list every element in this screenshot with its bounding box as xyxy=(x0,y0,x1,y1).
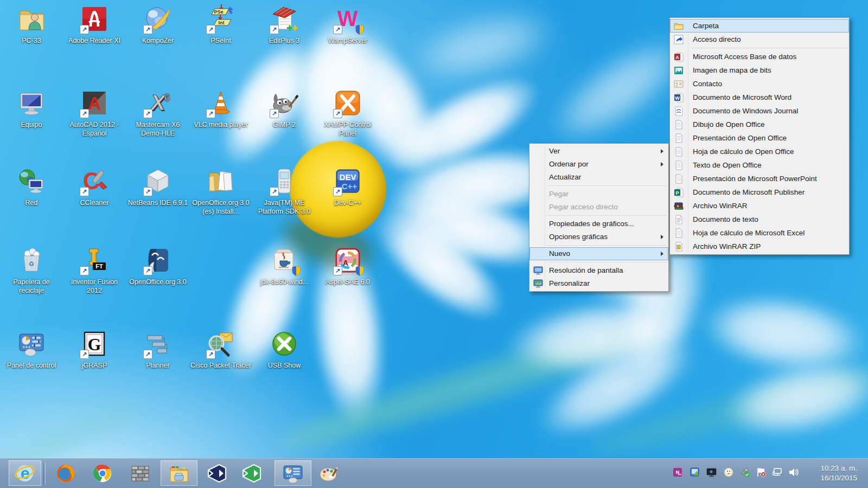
word-icon: W xyxy=(674,93,684,102)
menu-item-personalizar[interactable]: Personalizar xyxy=(529,277,668,290)
taskbar-button-firefox[interactable] xyxy=(52,460,80,486)
submenu-item-oo-hoja[interactable]: Hoja de cálculo de Open Office xyxy=(670,145,849,158)
bricks-icon xyxy=(130,463,150,484)
svg-text:Int: Int xyxy=(219,20,225,25)
menu-item-ver[interactable]: Ver xyxy=(529,145,668,158)
tray-icon-network[interactable] xyxy=(772,467,784,479)
desktop-icon-pseint[interactable]: PSe Int ↗ PSeInt xyxy=(189,4,252,45)
desktop-icon-control-panel[interactable]: Panel de control xyxy=(0,329,63,370)
taskbar-button-bricks[interactable] xyxy=(126,460,154,486)
submenu-item-winrar-zip[interactable]: Archivo WinRAR ZIP xyxy=(670,240,849,253)
publisher-icon: P xyxy=(674,188,684,197)
tray-icon-display[interactable] xyxy=(706,467,718,479)
taskbar-button-control-panel-app[interactable] xyxy=(275,460,311,486)
desktop-icon-adobe-reader[interactable]: ↗ Adobe Reader XI xyxy=(63,4,126,45)
shortcut-arrow-icon: ↗ xyxy=(80,266,89,275)
desktop-context-menu: Ver Ordenar por Actualizar Pegar Pegar a… xyxy=(529,143,669,292)
desktop-icon-wampserver[interactable]: W ↗ WampServer xyxy=(316,4,379,45)
menu-item-propiedades-de-graficos[interactable]: Propiedades de gráficos... xyxy=(529,217,668,230)
tray-icon-safely-remove-usb[interactable] xyxy=(739,467,751,479)
shortcut-arrow-icon: ↗ xyxy=(143,350,152,359)
submenu-item-word[interactable]: W Documento de Microsoft Word xyxy=(670,91,849,104)
network-globe-icon xyxy=(17,166,46,196)
desktop-icon-ccleaner[interactable]: C ↗ CCleaner xyxy=(63,166,126,207)
submenu-item-oo-presentacion[interactable]: Presentación de Open Office xyxy=(670,131,849,145)
svg-text:C++: C++ xyxy=(342,182,358,191)
submenu-item-bitmap[interactable]: Imagen de mapa de bits xyxy=(670,63,849,77)
desktop[interactable]: PC-33 ↗ Adobe Reader XI ↗ KompoZer PSe I… xyxy=(0,0,868,488)
taskbar-button-visual-studio-green[interactable] xyxy=(238,460,266,486)
tray-icon-graphics[interactable] xyxy=(690,467,701,479)
svg-text:DEV: DEV xyxy=(340,172,356,182)
taskbar-button-internet-explorer[interactable]: e xyxy=(9,460,41,486)
desktop-icon-aspel-sae[interactable]: A ↗ Aspel-SAE 6.0 xyxy=(316,246,379,286)
desktop-icon-equipo[interactable]: Equipo xyxy=(0,88,63,129)
desktop-icon-packet-tracer[interactable]: ↗ Cisco Packet Tracer xyxy=(189,329,252,370)
menu-item-nuevo[interactable]: Nuevo xyxy=(529,247,668,260)
desktop-icon-devcpp[interactable]: DEV C++ ↗ Dev-C++ xyxy=(316,166,379,207)
shortcut-arrow-icon: ↗ xyxy=(206,350,215,359)
submenu-item-oo-texto[interactable]: Texto de Open Office xyxy=(670,158,849,172)
desktop-icon-netbeans[interactable]: ↗ NetBeans IDE 6.9.1 xyxy=(126,166,189,207)
submenu-item-powerpoint[interactable]: Presentación de Microsoft PowerPoint xyxy=(670,172,849,185)
desktop-icon-mastercam[interactable]: X X 6 ↗ Mastercam X6 Demo-HLE xyxy=(126,88,189,138)
desktop-icon-red[interactable]: Red xyxy=(0,166,63,207)
folder-icon xyxy=(674,21,684,31)
submenu-item-access[interactable]: A Microsoft Access Base de datos xyxy=(670,50,849,63)
firefox-icon xyxy=(55,463,76,484)
menu-item-actualizar[interactable]: Actualizar xyxy=(529,171,668,184)
desktop-icon-openoffice[interactable]: ↗ OpenOffice.org 3.0 xyxy=(126,246,189,286)
desktop-icon-xampp[interactable]: ↗ XAMPP Control Panel xyxy=(316,88,379,138)
submenu-item-contacto[interactable]: Contacto xyxy=(670,77,849,91)
svg-text:W: W xyxy=(675,95,680,100)
desktop-icon-autocad[interactable]: A ↗ AutoCAD 2012 - Español xyxy=(63,88,126,138)
desktop-icon-kompozer[interactable]: ↗ KompoZer xyxy=(126,4,189,45)
desktop-icon-planner[interactable]: ↗ Planner xyxy=(126,329,189,370)
shortcut-arrow-icon: ↗ xyxy=(143,266,152,275)
submenu-item-journal[interactable]: Documento de Windows Journal xyxy=(670,104,849,118)
submenu-item-acceso-directo[interactable]: Acceso directo xyxy=(670,33,849,46)
svg-text:PSe: PSe xyxy=(214,9,223,15)
shortcut-arrow-icon: ↗ xyxy=(270,109,279,118)
menu-separator xyxy=(547,245,667,246)
submenu-arrow-icon xyxy=(661,252,663,256)
shortcut-arrow-icon: ↗ xyxy=(333,266,342,275)
taskbar-button-chrome[interactable] xyxy=(88,460,117,486)
svg-text:A: A xyxy=(88,93,101,113)
submenu-item-excel[interactable]: Hoja de cálculo de Microsoft Excel xyxy=(670,226,849,240)
shortcut-arrow-icon: ↗ xyxy=(143,109,152,118)
submenu-item-texto[interactable]: Documento de texto xyxy=(670,213,849,226)
menu-item-opciones-graficas[interactable]: Opciones gráficas xyxy=(529,230,668,243)
shortcut-arrow-icon: ↗ xyxy=(143,25,152,34)
desktop-icon-jdk-installer[interactable]: jdk-8u60-wind... xyxy=(253,246,316,286)
desktop-icon-java-me-sdk[interactable]: ↗ Java(TM) ME Platform SDK 3.0 xyxy=(253,166,316,216)
desktop-icon-pc-33[interactable]: PC-33 xyxy=(0,4,63,45)
taskbar-button-visual-studio-dark[interactable] xyxy=(203,460,231,486)
tray-icon-action-center[interactable] xyxy=(756,467,768,479)
desktop-icon-openoffice-install[interactable]: OpenOffice.org 3.0 (es) Install... xyxy=(189,166,252,216)
submenu-item-carpeta[interactable]: Carpeta xyxy=(670,19,849,33)
desktop-icon-inventor-fusion[interactable]: FT ↗ Inventor Fusion 2012 xyxy=(63,246,126,295)
desktop-icon-usb-show[interactable]: USB Show xyxy=(253,329,316,370)
taskbar-button-file-explorer[interactable] xyxy=(161,460,197,486)
desktop-icon-recycle-bin[interactable]: ♻ Papelera de reciclaje xyxy=(0,246,63,295)
recycle-bin-icon: ♻ xyxy=(17,246,46,275)
clock-date: 16/10/2015 xyxy=(820,473,857,483)
tray-icon-scissors[interactable]: N ✂ xyxy=(673,467,685,479)
submenu-item-oo-dibujo[interactable]: Dibujo de Open Office xyxy=(670,118,849,131)
submenu-item-winrar[interactable]: Archivo WinRAR xyxy=(670,199,849,213)
menu-item-ordenar-por[interactable]: Ordenar por xyxy=(529,158,668,171)
tray-icon-volume[interactable] xyxy=(788,467,800,479)
desktop-icon-jgrasp[interactable]: G ↗ jGRASP xyxy=(63,329,126,370)
tray-icon-round-app[interactable] xyxy=(723,467,735,479)
uac-shield-icon xyxy=(355,266,365,277)
contact-icon xyxy=(674,79,684,89)
desktop-icon-vlc[interactable]: ↗ VLC media player xyxy=(189,88,252,129)
desktop-icon-gimp[interactable]: ↗ GIMP 2 xyxy=(253,88,316,129)
submenu-item-publisher[interactable]: P Documento de Microsoft Publisher xyxy=(670,185,849,199)
uac-shield-icon xyxy=(355,24,365,35)
menu-item-resolucion-de-pantalla[interactable]: Resolución de pantalla xyxy=(529,264,668,277)
desktop-icon-editplus[interactable]: ↗ EditPlus 3 xyxy=(253,4,316,45)
taskbar-button-paint[interactable] xyxy=(315,460,343,486)
taskbar-clock[interactable]: 10:23 a. m. 16/10/2015 xyxy=(820,464,857,483)
